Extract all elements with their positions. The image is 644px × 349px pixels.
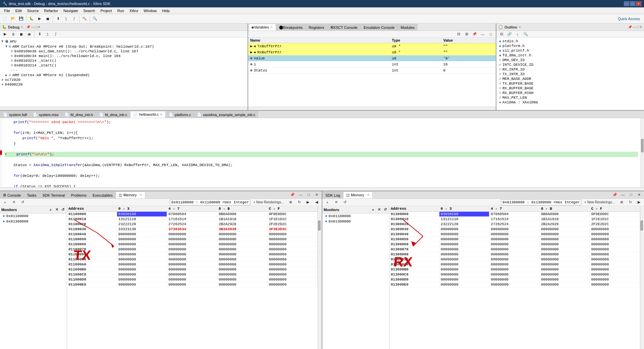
right-mem-row[interactable]: 0130006000000000000000000000000000000000 xyxy=(389,242,640,247)
right-mem-row[interactable]: 0130009000000000000000000000000000000000 xyxy=(389,257,640,262)
tab-modules[interactable]: Modules xyxy=(398,24,418,31)
debug-scrollbar-h[interactable] xyxy=(0,107,248,110)
var-row-i[interactable]: ⊕ i int 16 xyxy=(248,61,496,67)
code-area[interactable]: printf("======== send packet ========\n\… xyxy=(2,118,641,187)
left-mem-row[interactable]: 011000B000000000000000000000000000000000 xyxy=(67,267,318,272)
monitor-item-0x01100000[interactable]: ● 0x01100000 xyxy=(0,213,67,219)
toolbar-run[interactable]: ▶ xyxy=(36,15,43,22)
tab-platform-c[interactable]: 📄 platform.c xyxy=(166,111,194,118)
tree-frame4[interactable]: ≡ 0x00103214 _start() xyxy=(0,63,248,68)
right-mem-add-btn[interactable]: + xyxy=(324,199,331,206)
menu-source[interactable]: Source xyxy=(24,8,42,13)
right-mem-row[interactable]: 0130000003020100070605040B0A09080F0E0D0C xyxy=(389,212,640,217)
tab-system-hdf[interactable]: 📄 system.hdf xyxy=(0,111,30,118)
left-memory-address-input[interactable] xyxy=(170,199,250,205)
quick-access[interactable]: Quick Access xyxy=(618,17,643,21)
right-mem-tab-close[interactable]: ✕ xyxy=(367,193,370,197)
left-mem-row[interactable]: 0110006000000000000000000000000000000000 xyxy=(67,242,318,247)
right-monitor-item-1[interactable]: ● 0x01100000 xyxy=(322,213,389,219)
left-tab-sdkterm[interactable]: SDK Terminal xyxy=(39,192,68,198)
right-mem-row[interactable]: 0130004000000000000000000000000000000000 xyxy=(389,232,640,237)
left-mem-row[interactable]: 0110000003020100070605040B0A09080F0E0D0C xyxy=(67,212,318,217)
vars-minimize-btn[interactable]: — xyxy=(479,31,486,38)
tree-frame2[interactable]: ≡ 0x00100c34 main(): ../src/helloworld.c… xyxy=(0,54,248,58)
right-mem-row[interactable]: 0130001013121110171615141B1A19181F1E1D1C xyxy=(389,217,640,222)
right-monitor-item-2[interactable]: ● 0x01300000 xyxy=(322,219,389,224)
debug-disconnect-btn[interactable]: ⏏ xyxy=(25,31,33,38)
menu-search[interactable]: Search xyxy=(81,8,98,13)
var-row-value[interactable]: ⊕ Value u8 '0' xyxy=(248,55,496,61)
tab-xsct[interactable]: ⊞ XSCT Console xyxy=(327,24,361,31)
debug-stepinto-btn[interactable]: ⬇ xyxy=(36,31,43,38)
vars-tab-close[interactable]: ✕ xyxy=(270,26,273,29)
left-mem-row[interactable]: 0110002023222120272625242B2A29282F2E2D2C xyxy=(67,222,318,227)
right-mem-row[interactable]: 013000D000000000000000000000000000000000 xyxy=(389,277,640,282)
left-mem-reset-btn[interactable]: ↺ xyxy=(19,199,26,206)
right-mem-remove-btn[interactable]: ✕ xyxy=(332,199,340,206)
outline-fddma[interactable]: ◆ fd_dma_intr.h xyxy=(498,53,643,58)
right-tab-memory[interactable]: ◫ Memory ✕ xyxy=(343,192,373,198)
right-mem-new-btn[interactable]: + New Renderings... xyxy=(583,199,616,206)
menu-project[interactable]: Project xyxy=(98,8,114,13)
tab-registers[interactable]: Registers xyxy=(306,24,327,31)
left-mem-scrollbar-v[interactable] xyxy=(318,206,322,349)
outline-tx-buf-base[interactable]: # TX_BUFFER_BASE xyxy=(498,81,643,86)
right-mem-toolbar-btn2[interactable]: ⊕ xyxy=(618,199,625,206)
toolbar-save[interactable]: 💾 xyxy=(17,15,25,22)
close-panel-icon[interactable]: ✕ xyxy=(38,25,40,29)
right-mem-row[interactable]: 0130007000000000000000000000000000000000 xyxy=(389,247,640,252)
left-mem-add-btn[interactable]: + xyxy=(1,199,9,206)
outline-tx-intr[interactable]: # TX_INTR_ID xyxy=(498,72,643,77)
tree-frame3[interactable]: ≡ 0x00103214 _start() xyxy=(0,58,248,63)
left-mem-row[interactable]: 0110009000000000000000000000000000000000 xyxy=(67,257,318,262)
toolbar-stop[interactable]: ⏹ xyxy=(44,15,51,22)
tab-fd-dma-intr-h[interactable]: 📄 fd_dma_intr.h xyxy=(61,111,96,118)
right-mem-row[interactable]: 013000E000000000000000000000000000000000 xyxy=(389,282,640,287)
left-tab-memory[interactable]: ◫ Memory ✕ xyxy=(116,192,145,198)
vars-pin-btn[interactable]: 📌 xyxy=(471,31,478,38)
debug-suspend-btn[interactable]: ⏸ xyxy=(9,31,17,38)
outline-max-icon[interactable]: □ xyxy=(637,25,639,29)
toolbar-debug[interactable]: 🐛 xyxy=(28,15,35,22)
right-mem-row[interactable]: 0130008000000000000000000000000000000000 xyxy=(389,252,640,257)
var-row-txbufferptr[interactable]: ▶ ◈ TxBufferPtr u8 * "" xyxy=(248,43,496,49)
right-mem-row[interactable]: 013000B000000000000000000000000000000000 xyxy=(389,267,640,272)
menu-edit[interactable]: Edit xyxy=(13,8,24,13)
left-mem-row[interactable]: 011000D000000000000000000000000000000000 xyxy=(67,277,318,282)
toolbar-build[interactable]: 🔨 xyxy=(81,15,88,22)
menu-file[interactable]: File xyxy=(1,8,13,13)
debug-stepover-btn[interactable]: ⤵ xyxy=(44,31,51,38)
maximize-button[interactable]: □ xyxy=(630,1,635,6)
right-mem-toolbar-btn3[interactable]: ↻ xyxy=(627,199,634,206)
outline-intc-dev-id[interactable]: # INTC_DEVICE_ID xyxy=(498,62,643,67)
outline-axidma[interactable]: ◈ AxiDma : XAxiDma xyxy=(498,100,643,105)
left-mem-row[interactable]: 0110003033323130373635343B3A39383F3E3D3C xyxy=(67,227,318,232)
tab-helloworld[interactable]: 📄 helloworld.c ✕ xyxy=(130,111,166,118)
left-mem-toolbar-btn5[interactable]: ◀ xyxy=(313,199,320,206)
left-mem-row[interactable]: 0110005000000000000000000000000000000000 xyxy=(67,237,318,242)
vars-expand-btn[interactable]: ⊞ xyxy=(463,31,470,38)
tree-xc7[interactable]: ● xc7z020 xyxy=(0,78,248,82)
right-mem-row[interactable]: 0130002023222120272625242B2A29282F2E2D2C xyxy=(389,222,640,227)
right-monitors-remove-btn[interactable]: ✕ xyxy=(376,207,382,212)
pin-icon[interactable]: 📌 xyxy=(26,25,30,29)
outline-pin-icon[interactable]: 📌 xyxy=(628,25,632,29)
minimize-button[interactable]: — xyxy=(624,1,629,6)
tab-fd-dma-intr-c[interactable]: 📄 fd_dma_intr.c xyxy=(96,111,130,118)
left-mem-new-btn[interactable]: + New Renderings... xyxy=(252,199,285,206)
right-panel-close[interactable]: ✕ xyxy=(635,191,643,198)
outline-min-icon[interactable]: — xyxy=(633,25,636,29)
outline-stdio[interactable]: ◆ stdio.h xyxy=(498,39,643,44)
left-panel-pin[interactable]: 📌 xyxy=(289,191,296,198)
var-row-rxbufferptr[interactable]: ▶ ◈ RxBufferPtr u8 * "" xyxy=(248,49,496,55)
right-memory-address-input[interactable] xyxy=(501,199,581,205)
editor-scrollbar-h[interactable] xyxy=(0,187,644,191)
left-panel-min[interactable]: — xyxy=(297,191,304,198)
monitors-remove-btn[interactable]: ✕ xyxy=(54,207,59,212)
tree-apu[interactable]: ▼ 🖥 APU xyxy=(0,39,248,44)
tab-xaxidma[interactable]: 📄 xaxidma_example_simple_intr.c xyxy=(194,111,258,118)
tree-core1[interactable]: ▶ ⚙ ARM Cortex-A9 MPCore #1 (Suspended) xyxy=(0,72,248,78)
vars-scrollbar-h[interactable] xyxy=(248,107,496,110)
tree-frame1[interactable]: ≡ 0x00100e38 axi_dam_test(): ../src/hell… xyxy=(0,49,248,54)
toolbar-search[interactable]: 🔍 xyxy=(91,15,99,22)
